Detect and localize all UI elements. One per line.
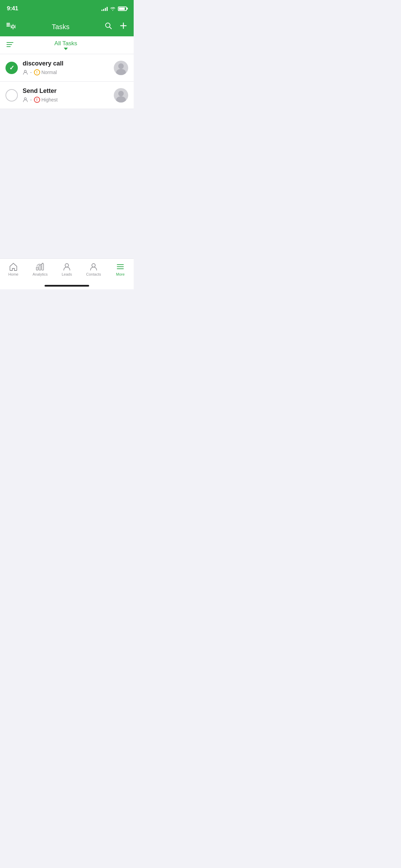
svg-point-12: [24, 98, 26, 100]
svg-point-3: [12, 26, 14, 28]
priority-icon-normal: [34, 69, 40, 75]
person-icon-2: [23, 97, 28, 103]
person-icon: [23, 70, 28, 75]
settings-menu-button[interactable]: [6, 21, 17, 32]
nav-item-leads[interactable]: Leads: [53, 262, 80, 276]
svg-line-5: [110, 27, 112, 29]
settings-icon: [6, 22, 17, 32]
status-icons: [101, 6, 127, 11]
task-checkbox-2[interactable]: [5, 89, 18, 101]
filter-bar: All Tasks: [0, 36, 134, 54]
nav-item-analytics[interactable]: Analytics: [27, 262, 53, 276]
more-icon: [116, 262, 125, 271]
task-meta-2: - Highest: [23, 97, 114, 103]
battery-icon: [118, 7, 127, 11]
priority-label-1: Normal: [41, 70, 57, 75]
search-button[interactable]: [104, 22, 112, 32]
nav-item-home[interactable]: Home: [0, 262, 27, 276]
nav-label-analytics: Analytics: [33, 272, 48, 276]
task-checkbox-1[interactable]: ✓: [5, 62, 18, 74]
sort-icon: [6, 41, 15, 48]
svg-point-17: [92, 264, 95, 267]
svg-rect-13: [36, 267, 38, 270]
signal-bars-icon: [101, 6, 108, 11]
svg-point-16: [65, 264, 69, 267]
leads-icon: [62, 262, 71, 271]
empty-content-area: [0, 109, 134, 260]
home-icon: [9, 262, 18, 271]
bottom-nav: Home Analytics Leads Contacts More: [0, 258, 134, 289]
sort-button[interactable]: [6, 41, 15, 50]
avatar-2: [114, 88, 128, 103]
priority-icon-highest: [34, 97, 40, 103]
svg-rect-14: [39, 265, 41, 270]
task-title-2: Send Letter: [23, 87, 114, 95]
priority-badge-2: Highest: [34, 97, 58, 103]
task-item[interactable]: ✓ discovery call - Normal: [0, 54, 134, 82]
task-assignee-1: -: [30, 70, 32, 75]
status-time: 9:41: [7, 5, 18, 12]
filter-label: All Tasks: [54, 40, 77, 47]
analytics-icon: [36, 262, 45, 271]
checkmark-icon: ✓: [9, 64, 14, 72]
task-title-1: discovery call: [23, 60, 114, 67]
header-right: [104, 22, 127, 32]
priority-label-2: Highest: [41, 97, 58, 103]
svg-point-11: [24, 70, 26, 72]
contacts-icon: [89, 262, 98, 271]
header-title: Tasks: [52, 23, 70, 31]
nav-item-contacts[interactable]: Contacts: [80, 262, 107, 276]
avatar-1: [114, 61, 128, 75]
task-content-2: Send Letter - Highest: [23, 87, 114, 103]
add-button[interactable]: [119, 22, 127, 32]
task-assignee-2: -: [30, 97, 32, 103]
app-header: Tasks: [0, 17, 134, 36]
priority-badge-1: Normal: [34, 69, 57, 75]
nav-label-home: Home: [8, 272, 18, 276]
status-bar: 9:41: [0, 0, 134, 17]
task-meta-1: - Normal: [23, 69, 114, 75]
nav-label-contacts: Contacts: [86, 272, 101, 276]
task-content-1: discovery call - Normal: [23, 60, 114, 75]
header-left: [6, 21, 17, 32]
task-list: ✓ discovery call - Normal Send Letter: [0, 54, 134, 109]
nav-item-more[interactable]: More: [107, 262, 134, 276]
svg-rect-15: [42, 264, 44, 270]
filter-arrow-icon: [64, 48, 68, 50]
nav-label-leads: Leads: [62, 272, 72, 276]
home-indicator: [45, 285, 89, 287]
filter-dropdown[interactable]: All Tasks: [54, 40, 77, 50]
nav-label-more: More: [116, 272, 124, 276]
task-item-2[interactable]: Send Letter - Highest: [0, 82, 134, 109]
wifi-icon: [110, 6, 116, 11]
